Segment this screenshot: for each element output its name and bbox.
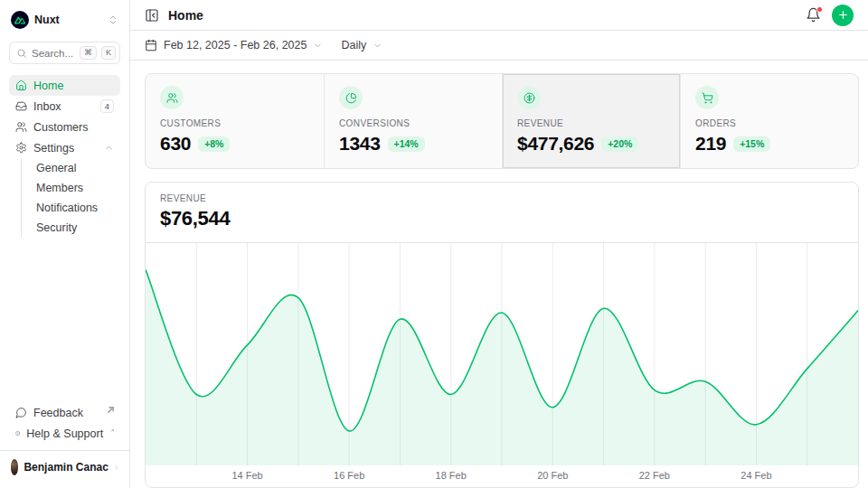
- stat-icon-circle: [160, 86, 184, 109]
- sidebar-divider: [0, 450, 129, 451]
- stat-icon-circle: [695, 86, 719, 109]
- plus-icon: [837, 9, 849, 21]
- notifications-button[interactable]: [806, 7, 821, 23]
- stat-value: 1343: [339, 133, 381, 155]
- cart-icon: [702, 92, 713, 104]
- calendar-icon: [145, 39, 157, 52]
- nuxt-logo-icon: [11, 11, 29, 29]
- user-menu[interactable]: Benjamin Canac: [9, 454, 120, 481]
- stat-delta-badge: +14%: [388, 136, 425, 152]
- inbox-count-badge: 4: [100, 99, 114, 113]
- dashboard-content: CUSTOMERS 630 +8% CONVERSIONS 1343 +14%: [130, 61, 868, 488]
- revenue-area-chart[interactable]: [146, 243, 858, 465]
- stat-icon-circle: [517, 86, 541, 109]
- stats-row: CUSTOMERS 630 +8% CONVERSIONS 1343 +14%: [145, 73, 859, 169]
- chart-header: REVENUE $76,544: [146, 183, 858, 243]
- search-input[interactable]: Search... ⌘ K: [9, 42, 120, 64]
- search-placeholder: Search...: [32, 48, 75, 59]
- chevron-up-down-icon: [114, 463, 118, 473]
- external-link-icon: [111, 427, 114, 434]
- stat-value: 219: [695, 133, 726, 155]
- sidebar-subitem-members[interactable]: Members: [22, 178, 120, 198]
- chart-plot: [146, 243, 858, 465]
- chart-title: REVENUE: [160, 193, 844, 203]
- stat-icon-circle: [339, 86, 363, 109]
- pie-chart-icon: [345, 92, 357, 104]
- chevron-down-icon: [313, 41, 323, 51]
- sidebar-item-label: Home: [33, 80, 114, 92]
- x-tick-label: 22 Feb: [639, 470, 670, 481]
- stat-card-revenue[interactable]: REVENUE $477,626 +20%: [502, 74, 680, 168]
- chevron-down-icon: [373, 41, 382, 51]
- x-tick-label: 16 Feb: [334, 470, 364, 481]
- date-range-value: Feb 12, 2025 - Feb 26, 2025: [164, 39, 307, 52]
- page-header: Home: [130, 0, 868, 31]
- date-range-picker[interactable]: Feb 12, 2025 - Feb 26, 2025: [145, 39, 323, 52]
- home-icon: [15, 80, 27, 91]
- app-root: Nuxt Search... ⌘ K Home Inbox 4 Customer…: [0, 0, 868, 488]
- sidebar-spacer: [9, 238, 120, 402]
- sidebar-item-home[interactable]: Home: [9, 75, 120, 96]
- chart-x-axis: 14 Feb16 Feb18 Feb20 Feb22 Feb24 Feb: [146, 465, 858, 487]
- sidebar: Nuxt Search... ⌘ K Home Inbox 4 Customer…: [0, 0, 130, 488]
- user-avatar: [11, 459, 18, 475]
- sidebar-footer: Feedback Help & Support Benjamin Canac: [9, 402, 120, 481]
- main-area: Home Feb 12, 2025 - Feb 26, 2025 Daily: [130, 0, 868, 488]
- inbox-icon: [15, 100, 27, 112]
- page-title: Home: [168, 8, 203, 23]
- stat-value: 630: [160, 133, 191, 155]
- chevron-up-icon: [104, 143, 114, 153]
- period-value: Daily: [341, 39, 366, 52]
- workspace-switcher[interactable]: Nuxt: [9, 9, 120, 31]
- stat-label: CUSTOMERS: [160, 118, 309, 128]
- stat-label: REVENUE: [517, 118, 665, 128]
- x-tick-label: 24 Feb: [741, 470, 771, 481]
- sidebar-item-inbox[interactable]: Inbox 4: [9, 96, 120, 117]
- add-button[interactable]: [832, 5, 854, 26]
- user-name: Benjamin Canac: [24, 461, 108, 474]
- sidebar-subitem-notifications[interactable]: Notifications: [22, 198, 120, 218]
- revenue-chart-card: REVENUE $76,544 14 Feb16 Feb18 Feb20 Feb…: [145, 182, 859, 488]
- filters-toolbar: Feb 12, 2025 - Feb 26, 2025 Daily: [130, 31, 868, 61]
- x-tick-label: 14 Feb: [231, 470, 262, 481]
- sidebar-item-label: Customers: [33, 121, 114, 134]
- circle-dollar-icon: [524, 92, 535, 104]
- chat-bubble-icon: [15, 407, 27, 418]
- x-tick-label: 18 Feb: [436, 470, 467, 481]
- period-select[interactable]: Daily: [341, 39, 382, 52]
- stat-card-conversions[interactable]: CONVERSIONS 1343 +14%: [324, 74, 502, 168]
- info-circle-icon: [15, 427, 20, 439]
- stat-delta-badge: +8%: [198, 136, 230, 152]
- stat-label: ORDERS: [695, 118, 844, 128]
- stat-card-orders[interactable]: ORDERS 219 +15%: [680, 74, 858, 168]
- stat-label: CONVERSIONS: [339, 118, 487, 128]
- gear-icon: [15, 142, 27, 154]
- stat-card-customers[interactable]: CUSTOMERS 630 +8%: [146, 74, 324, 168]
- kbd-command: ⌘: [80, 46, 97, 60]
- users-icon: [15, 121, 27, 133]
- sidebar-item-settings[interactable]: Settings: [9, 137, 120, 158]
- sidebar-nav: Home Inbox 4 Customers Settings General …: [9, 75, 120, 238]
- chart-total-value: $76,544: [160, 207, 844, 230]
- sidebar-item-customers[interactable]: Customers: [9, 117, 120, 137]
- search-icon: [16, 48, 27, 59]
- sidebar-item-label: Inbox: [33, 100, 94, 113]
- settings-subnav: General Members Notifications Security: [21, 158, 120, 238]
- help-support-label: Help & Support: [26, 427, 103, 440]
- feedback-label: Feedback: [33, 407, 99, 419]
- notification-dot: [816, 6, 823, 13]
- collapse-sidebar-icon[interactable]: [145, 8, 159, 23]
- kbd-k: K: [101, 46, 116, 60]
- external-link-icon: [108, 407, 114, 413]
- chevron-up-down-icon: [108, 14, 118, 25]
- sidebar-subitem-security[interactable]: Security: [22, 218, 120, 238]
- stat-delta-badge: +15%: [733, 136, 770, 152]
- sidebar-subitem-general[interactable]: General: [22, 158, 120, 178]
- x-tick-label: 20 Feb: [537, 470, 568, 481]
- stat-delta-badge: +20%: [601, 136, 638, 152]
- header-actions: [806, 5, 854, 26]
- feedback-link[interactable]: Feedback: [9, 402, 120, 423]
- sidebar-item-label: Settings: [33, 142, 98, 155]
- help-support-link[interactable]: Help & Support: [9, 423, 120, 444]
- users-icon: [166, 92, 178, 104]
